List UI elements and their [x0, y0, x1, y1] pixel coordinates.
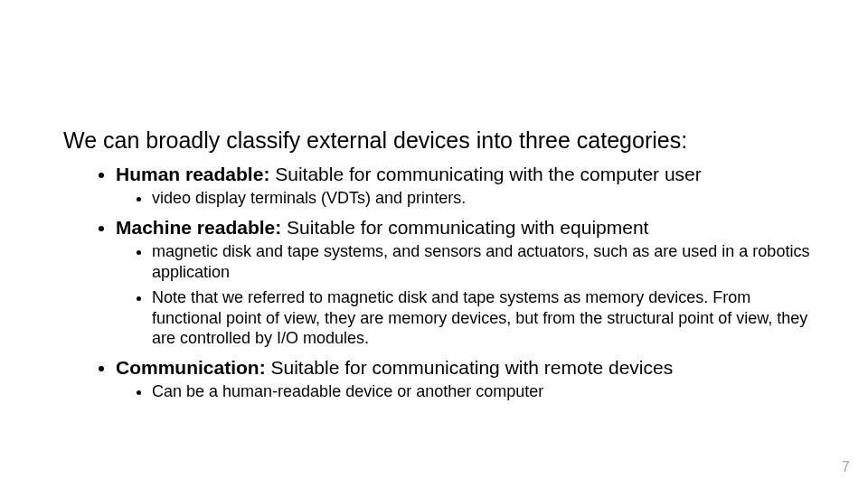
item-machine-sub2: Note that we referred to magnetic disk a… [152, 287, 814, 349]
item-comm-sub1: Can be a human-readable device or anothe… [152, 381, 814, 402]
item-machine-label: Machine readable: [116, 217, 281, 238]
item-comm-label: Communication: [116, 357, 266, 378]
item-human-sub1: video display terminals (VDTs) and print… [152, 188, 814, 209]
item-machine-sublist: magnetic disk and tape systems, and sens… [116, 241, 814, 349]
item-comm-text: Suitable for communicating with remote d… [266, 357, 674, 378]
item-human-readable: Human readable: Suitable for communicati… [116, 163, 814, 209]
page-number: 7 [842, 459, 850, 475]
item-comm-sublist: Can be a human-readable device or anothe… [116, 381, 814, 402]
item-machine-readable: Machine readable: Suitable for communica… [116, 216, 814, 349]
category-list: Human readable: Suitable for communicati… [63, 163, 814, 401]
item-human-label: Human readable: [116, 164, 269, 184]
item-human-sublist: video display terminals (VDTs) and print… [116, 188, 814, 209]
item-human-text: Suitable for communicating with the comp… [269, 164, 701, 184]
item-machine-sub1: magnetic disk and tape systems, and sens… [152, 241, 814, 282]
item-machine-text: Suitable for communicating with equipmen… [281, 217, 648, 238]
slide: We can broadly classify external devices… [0, 0, 868, 488]
intro-text: We can broadly classify external devices… [63, 127, 814, 154]
item-communication: Communication: Suitable for communicatin… [116, 356, 814, 402]
